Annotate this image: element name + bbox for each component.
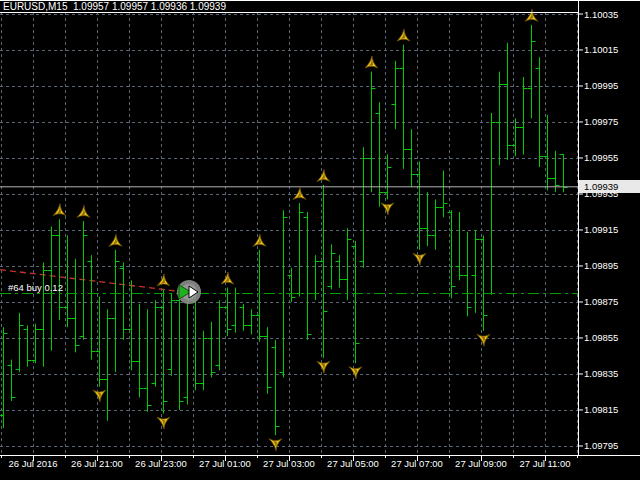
time-tick-label: 27 Jul 09:00 bbox=[455, 458, 507, 469]
price-tick-label: 1.09995 bbox=[584, 80, 618, 91]
chart-window[interactable]: 1.100351.100151.099951.099751.099551.099… bbox=[0, 0, 640, 480]
price-tick-label: 1.09795 bbox=[584, 440, 618, 451]
price-tick-label: 1.09955 bbox=[584, 152, 618, 163]
price-tick-label: 1.09835 bbox=[584, 368, 618, 379]
price-tick-label: 1.10035 bbox=[584, 9, 618, 20]
time-tick-label: 27 Jul 11:00 bbox=[519, 458, 570, 469]
price-tick-label: 1.09975 bbox=[584, 116, 618, 127]
price-tick-label: 1.09875 bbox=[584, 296, 618, 307]
time-tick-label: 27 Jul 01:00 bbox=[199, 458, 251, 469]
time-tick-label: 27 Jul 07:00 bbox=[391, 458, 443, 469]
price-tick-label: 1.10015 bbox=[584, 44, 618, 55]
price-tick-label: 1.09915 bbox=[584, 224, 618, 235]
time-tick-label: 26 Jul 2016 bbox=[8, 458, 57, 469]
price-tick-label: 1.09935 bbox=[584, 188, 618, 199]
time-tick-label: 27 Jul 03:00 bbox=[263, 458, 315, 469]
time-tick-label: 26 Jul 21:00 bbox=[71, 458, 123, 469]
price-chart-canvas[interactable]: 1.100351.100151.099951.099751.099551.099… bbox=[0, 0, 640, 480]
price-tick-label: 1.09855 bbox=[584, 332, 618, 343]
chart-background bbox=[0, 0, 640, 480]
drag-cursor[interactable] bbox=[177, 280, 201, 304]
time-tick-label: 27 Jul 05:00 bbox=[327, 458, 379, 469]
price-tick-label: 1.09895 bbox=[584, 260, 618, 271]
time-tick-label: 26 Jul 23:00 bbox=[135, 458, 187, 469]
price-tick-label: 1.09815 bbox=[584, 404, 618, 415]
